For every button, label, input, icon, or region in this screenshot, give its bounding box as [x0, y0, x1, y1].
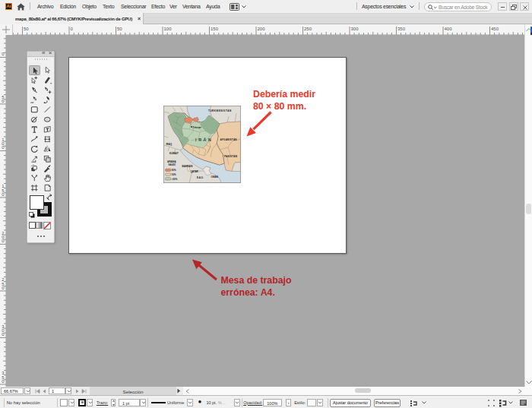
svg-text:250: 250 [304, 27, 312, 31]
svg-text:300: 300 [351, 27, 359, 31]
svg-text:350: 350 [397, 27, 406, 31]
svg-text:80%: 80% [171, 169, 176, 172]
svg-text:200: 200 [258, 27, 266, 31]
svg-text:KUWAIT: KUWAIT [169, 151, 179, 154]
svg-text:50%: 50% [171, 172, 176, 176]
svg-text:>50%: >50% [171, 177, 177, 180]
svg-text:PAKISTÁN: PAKISTÁN [224, 154, 238, 158]
svg-text:IRÁN: IRÁN [195, 137, 213, 141]
svg-text:400: 400 [445, 27, 453, 31]
svg-text:AFGANISTÁN: AFGANISTÁN [220, 138, 237, 141]
svg-text:50: 50 [117, 27, 122, 31]
svg-text:100: 100 [164, 27, 173, 31]
svg-text:QATAR: QATAR [190, 170, 198, 173]
svg-text:450: 450 [491, 27, 499, 31]
svg-text:150: 150 [211, 27, 219, 31]
svg-text:50: 50 [24, 27, 29, 31]
svg-text:Teherán: Teherán [192, 125, 201, 128]
svg-text:TURKMENISTÁN: TURKMENISTÁN [208, 109, 232, 112]
svg-text:BAHRAIN: BAHRAIN [182, 165, 192, 168]
svg-text:E.A.U.: E.A.U. [197, 176, 204, 179]
svg-text:IRAQ: IRAQ [166, 142, 172, 145]
svg-text:0: 0 [71, 27, 74, 31]
svg-text:SAUDÍ: SAUDÍ [168, 163, 176, 166]
svg-text:OMÁN: OMÁN [211, 175, 218, 179]
